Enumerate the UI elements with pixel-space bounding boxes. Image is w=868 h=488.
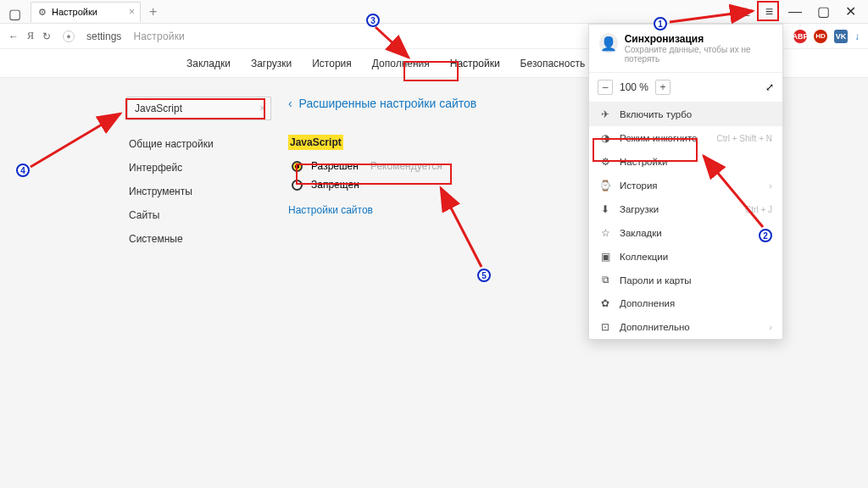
- sidebar-item-interface[interactable]: Интерфейс: [127, 156, 271, 180]
- minimize-icon[interactable]: —: [788, 4, 802, 19]
- settings-search-input[interactable]: JavaScript ×: [127, 97, 271, 120]
- zoom-out-button[interactable]: –: [598, 80, 613, 95]
- radio-allow[interactable]: Разрешен Рекомендуется: [288, 157, 593, 175]
- chevron-right-icon: ›: [769, 228, 772, 238]
- menu-item-settings[interactable]: ⚙ Настройки: [589, 150, 782, 174]
- zoom-in-button[interactable]: +: [655, 80, 670, 95]
- radio-allow-hint: Рекомендуется: [370, 160, 442, 172]
- collapse-panel-icon[interactable]: ⟂: [742, 4, 750, 19]
- nav-settings[interactable]: Настройки: [448, 56, 502, 71]
- more-icon: ⊡: [599, 321, 611, 333]
- radio-icon: [292, 180, 303, 191]
- main-menu-panel: 👤 Синхронизация Сохраните данные, чтобы …: [588, 24, 783, 340]
- settings-content: ‹ Расширенные настройки сайтов JavaScrip…: [288, 97, 593, 251]
- menu-item-shortcut: Ctrl + Shift + N: [716, 134, 772, 143]
- addressbar-extensions: ABP HD VK ↓: [793, 30, 860, 43]
- menu-item-label: Режим инкогнито: [620, 133, 697, 143]
- settings-sidebar: JavaScript × Общие настройки Интерфейс И…: [127, 97, 271, 251]
- close-window-icon[interactable]: ✕: [845, 3, 856, 19]
- sidebar-toggle-icon[interactable]: ▢: [8, 6, 21, 22]
- menu-zoom-row: – 100 % + ⤢: [589, 73, 782, 103]
- sync-title: Синхронизация: [625, 33, 772, 45]
- menu-item-label: История: [620, 180, 658, 191]
- sidebar-item-system[interactable]: Системные: [127, 227, 271, 251]
- addons-icon: ✿: [599, 297, 611, 309]
- gear-icon: ⚙: [38, 7, 47, 18]
- vk-extension-icon[interactable]: VK: [834, 30, 848, 43]
- window-controls: ⟂ ≡ — ▢ ✕: [742, 3, 868, 19]
- url-page[interactable]: Настройки: [133, 30, 185, 42]
- menu-item-incognito[interactable]: ◑ Режим инкогнито Ctrl + Shift + N: [589, 126, 782, 150]
- menu-item-label: Закладки: [620, 228, 662, 238]
- sync-subtitle: Сохраните данные, чтобы их не потерять: [625, 45, 772, 64]
- nav-bookmarks[interactable]: Закладки: [185, 56, 232, 71]
- site-settings-link[interactable]: Настройки сайтов: [288, 204, 373, 216]
- back-chevron-icon[interactable]: ‹: [288, 97, 292, 110]
- avatar-icon: 👤: [599, 33, 618, 53]
- annotation-badge-5: 5: [477, 269, 491, 282]
- menu-item-history[interactable]: ⌚ История ›: [589, 174, 782, 197]
- menu-item-label: Дополнительно: [620, 322, 690, 332]
- radio-allow-label: Разрешен: [311, 160, 359, 172]
- menu-item-label: Коллекции: [620, 252, 668, 262]
- menu-item-bookmarks[interactable]: ☆ Закладки ›: [589, 221, 782, 245]
- abp-extension-icon[interactable]: ABP: [793, 30, 807, 43]
- menu-sync-block[interactable]: 👤 Синхронизация Сохраните данные, чтобы …: [589, 25, 782, 73]
- search-input-value: JavaScript: [135, 103, 182, 114]
- clear-search-icon[interactable]: ×: [259, 103, 265, 114]
- nav-history[interactable]: История: [310, 56, 353, 71]
- back-button[interactable]: ←: [8, 30, 19, 42]
- radio-icon-selected: [292, 161, 303, 172]
- nav-security[interactable]: Безопасность: [519, 56, 587, 71]
- menu-item-shortcut: Ctrl + J: [745, 205, 772, 214]
- menu-item-more[interactable]: ⊡ Дополнительно ›: [589, 315, 782, 339]
- menu-item-label: Настройки: [620, 157, 667, 167]
- menu-item-label: Загрузки: [620, 204, 659, 214]
- star-icon: ☆: [599, 227, 611, 239]
- hd-extension-icon[interactable]: HD: [814, 30, 827, 43]
- browser-tab-settings[interactable]: ⚙ Настройки ×: [31, 2, 141, 22]
- history-icon: ⌚: [599, 180, 611, 191]
- menu-item-label: Дополнения: [620, 298, 675, 308]
- content-title[interactable]: ‹ Расширенные настройки сайтов: [288, 97, 593, 110]
- menu-item-collections[interactable]: ▣ Коллекции: [589, 245, 782, 269]
- chevron-right-icon: ›: [769, 322, 772, 332]
- close-tab-icon[interactable]: ×: [129, 6, 135, 18]
- rocket-icon: ✈: [599, 108, 611, 120]
- reload-button[interactable]: ↻: [42, 30, 51, 42]
- nav-downloads[interactable]: Загрузки: [249, 56, 293, 71]
- chevron-right-icon: ›: [769, 180, 772, 191]
- menu-item-turbo[interactable]: ✈ Включить турбо: [589, 103, 782, 126]
- maximize-icon[interactable]: ▢: [817, 3, 830, 19]
- tab-title: Настройки: [52, 7, 97, 17]
- sidebar-item-tools[interactable]: Инструменты: [127, 180, 271, 203]
- url-scheme[interactable]: settings: [86, 30, 121, 42]
- menu-item-label: Включить турбо: [620, 109, 692, 119]
- fullscreen-icon[interactable]: ⤢: [765, 81, 774, 93]
- downloads-icon[interactable]: ↓: [854, 30, 860, 42]
- nav-buttons: ← Я ↻: [8, 30, 51, 42]
- menu-item-downloads[interactable]: ⬇ Загрузки Ctrl + J: [589, 197, 782, 221]
- gear-icon: ⚙: [599, 156, 611, 168]
- browser-titlebar: ▢ ⚙ Настройки × + ⟂ ≡ — ▢ ✕: [0, 0, 868, 24]
- passwords-icon: ⧉: [599, 274, 611, 286]
- radio-deny-label: Запрещен: [311, 179, 359, 191]
- menu-item-passwords[interactable]: ⧉ Пароли и карты: [589, 269, 782, 291]
- yandex-letter-icon[interactable]: Я: [27, 30, 34, 42]
- incognito-icon: ◑: [599, 132, 611, 144]
- download-icon: ⬇: [599, 203, 611, 215]
- site-lock-icon[interactable]: ●: [63, 30, 75, 42]
- new-tab-button[interactable]: +: [149, 4, 157, 19]
- section-title-javascript: JavaScript: [288, 135, 343, 150]
- zoom-value: 100 %: [620, 81, 648, 93]
- content-title-text: Расширенные настройки сайтов: [299, 97, 477, 110]
- collections-icon: ▣: [599, 251, 611, 263]
- sidebar-item-general[interactable]: Общие настройки: [127, 132, 271, 156]
- sidebar-item-sites[interactable]: Сайты: [127, 203, 271, 227]
- radio-deny[interactable]: Запрещен: [288, 175, 593, 194]
- menu-item-label: Пароли и карты: [620, 275, 692, 286]
- menu-item-addons[interactable]: ✿ Дополнения: [589, 291, 782, 315]
- hamburger-menu-button[interactable]: ≡: [765, 4, 773, 19]
- nav-addons[interactable]: Дополнения: [370, 56, 431, 71]
